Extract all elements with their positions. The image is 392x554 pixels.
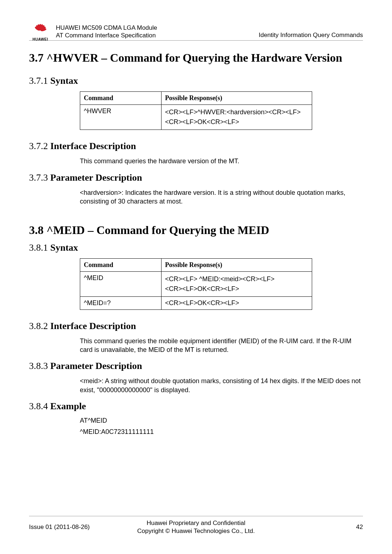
chapter-title: Identity Information Query Commands bbox=[259, 32, 363, 39]
table-header-row: Command Possible Response(s) bbox=[80, 258, 312, 271]
meid-syntax-table: Command Possible Response(s) ^MEID <CR><… bbox=[80, 258, 312, 310]
example-line-2: ^MEID:A0C72311111111 bbox=[80, 428, 363, 436]
section-3-7-heading: 3.7 ^HWVER – Command for Querying the Ha… bbox=[29, 51, 363, 65]
cell-response: <CR><LF>OK<CR><LF> bbox=[161, 296, 312, 309]
section-3-8-1-heading: 3.8.1 Syntax bbox=[29, 242, 363, 253]
parameter-description-text: <hardversion>: Indicates the hardware ve… bbox=[80, 188, 363, 206]
heading-title: Interface Description bbox=[50, 141, 136, 151]
parameter-description-text: <meid>: A string without double quotatio… bbox=[80, 377, 363, 394]
col-response: Possible Response(s) bbox=[161, 92, 312, 105]
response-line: <CR><LF> ^MEID:<meid><CR><LF> bbox=[165, 274, 308, 284]
section-3-7-3-heading: 3.7.3 Parameter Description bbox=[29, 172, 363, 183]
table-header-row: Command Possible Response(s) bbox=[80, 92, 312, 105]
cell-command: ^HWVER bbox=[80, 105, 162, 130]
section-3-7-1-heading: 3.7.1 Syntax bbox=[29, 75, 363, 86]
hwver-syntax-table: Command Possible Response(s) ^HWVER <CR>… bbox=[80, 91, 312, 130]
table-row: ^HWVER <CR><LF>^HWVER:<hardversion><CR><… bbox=[80, 105, 312, 130]
col-response: Possible Response(s) bbox=[161, 258, 312, 271]
heading-title: Parameter Description bbox=[50, 172, 142, 183]
section-3-8-heading: 3.8 ^MEID – Command for Querying the MEI… bbox=[29, 223, 363, 237]
footer-proprietary: Huawei Proprietary and Confidential bbox=[113, 519, 279, 527]
footer-copyright: Copyright © Huawei Technologies Co., Ltd… bbox=[113, 527, 279, 535]
logo-text: HUAWEI bbox=[33, 37, 48, 41]
table-row: ^MEID=? <CR><LF>OK<CR><LF> bbox=[80, 296, 312, 309]
heading-number: 3.7.1 bbox=[29, 75, 50, 86]
heading-title: Interface Description bbox=[50, 321, 136, 331]
logo-petals-icon bbox=[33, 24, 48, 36]
cell-response: <CR><LF> ^MEID:<meid><CR><LF> <CR><LF>OK… bbox=[161, 271, 312, 296]
cell-command: ^MEID=? bbox=[80, 296, 162, 309]
huawei-logo: HUAWEI bbox=[29, 24, 52, 41]
heading-title: Parameter Description bbox=[50, 361, 142, 371]
heading-title: Syntax bbox=[50, 242, 78, 253]
response-line: <CR><LF>^HWVER:<hardversion><CR><LF> bbox=[165, 107, 308, 117]
section-3-8-2-heading: 3.8.2 Interface Description bbox=[29, 321, 363, 332]
heading-number: 3.8.3 bbox=[29, 361, 50, 371]
interface-description-text: This command queries the hardware versio… bbox=[80, 157, 363, 165]
cell-command: ^MEID bbox=[80, 271, 162, 296]
heading-title: Example bbox=[50, 401, 86, 411]
heading-number: 3.8.4 bbox=[29, 401, 50, 411]
example-line-1: AT^MEID bbox=[80, 417, 363, 424]
product-line-1: HUAWEI MC509 CDMA LGA Module bbox=[56, 24, 259, 32]
heading-number: 3.8.1 bbox=[29, 242, 50, 253]
response-line: <CR><LF>OK<CR><LF> bbox=[165, 284, 308, 294]
cell-response: <CR><LF>^HWVER:<hardversion><CR><LF> <CR… bbox=[161, 105, 312, 130]
response-line: <CR><LF>OK<CR><LF> bbox=[165, 117, 308, 127]
footer-page-number: 42 bbox=[279, 524, 363, 531]
col-command: Command bbox=[80, 92, 162, 105]
footer-issue: Issue 01 (2011-08-26) bbox=[29, 524, 113, 531]
table-row: ^MEID <CR><LF> ^MEID:<meid><CR><LF> <CR>… bbox=[80, 271, 312, 296]
heading-number: 3.8.2 bbox=[29, 321, 50, 331]
section-3-7-2-heading: 3.7.2 Interface Description bbox=[29, 141, 363, 152]
footer-center: Huawei Proprietary and Confidential Copy… bbox=[113, 519, 279, 535]
page-header: HUAWEI HUAWEI MC509 CDMA LGA Module AT C… bbox=[29, 22, 363, 41]
page-footer: Issue 01 (2011-08-26) Huawei Proprietary… bbox=[29, 516, 363, 535]
heading-title: Syntax bbox=[50, 75, 78, 86]
heading-number: 3.7.3 bbox=[29, 172, 50, 183]
interface-description-text: This command queries the mobile equipmen… bbox=[80, 337, 363, 354]
heading-number: 3.7.2 bbox=[29, 141, 50, 151]
product-line-2: AT Command Interface Specification bbox=[56, 32, 259, 39]
header-product-info: HUAWEI MC509 CDMA LGA Module AT Command … bbox=[56, 24, 259, 40]
col-command: Command bbox=[80, 258, 162, 271]
section-3-8-3-heading: 3.8.3 Parameter Description bbox=[29, 361, 363, 372]
section-3-8-4-heading: 3.8.4 Example bbox=[29, 401, 363, 412]
